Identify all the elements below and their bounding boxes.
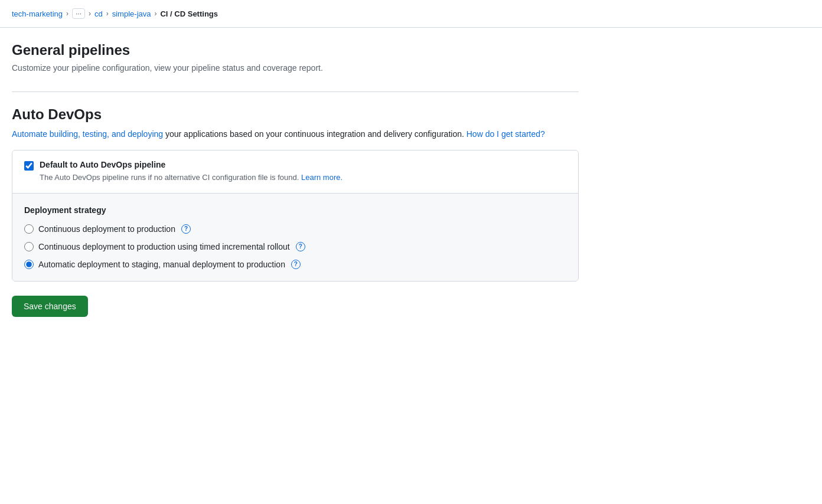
breadcrumb-separator-4: › [154, 9, 156, 18]
auto-devops-checkbox-sublabel: The Auto DevOps pipeline runs if no alte… [40, 172, 342, 184]
auto-devops-desc-text: your applications based on your continuo… [163, 129, 467, 139]
radio-continuous-prod-label[interactable]: Continuous deployment to production [38, 224, 175, 234]
save-changes-button[interactable]: Save changes [12, 296, 88, 317]
radio-timed-rollout[interactable] [24, 242, 34, 251]
deployment-strategy-section: Deployment strategy Continuous deploymen… [12, 194, 578, 281]
breadcrumb-current: CI / CD Settings [160, 9, 218, 18]
general-pipelines-description: Customize your pipeline configuration, v… [12, 63, 579, 73]
auto-devops-description: Automate building, testing, and deployin… [12, 127, 579, 140]
auto-devops-section: Auto DevOps Automate building, testing, … [12, 106, 579, 317]
divider-1 [12, 91, 579, 92]
help-icon-timed-rollout[interactable]: ? [296, 242, 305, 251]
automate-link[interactable]: Automate building, testing, and deployin… [12, 129, 163, 139]
auto-devops-checkbox[interactable] [24, 161, 34, 171]
deployment-strategy-title: Deployment strategy [24, 205, 566, 215]
breadcrumb-separator-2: › [89, 9, 91, 18]
learn-more-link[interactable]: Learn more. [301, 173, 342, 182]
breadcrumb-separator-3: › [106, 9, 109, 18]
radio-option-continuous-prod: Continuous deployment to production ? [24, 224, 566, 234]
auto-devops-checkbox-label[interactable]: Default to Auto DevOps pipeline [40, 160, 165, 169]
default-auto-devops-row: Default to Auto DevOps pipeline The Auto… [24, 160, 566, 184]
breadcrumb-tech-marketing[interactable]: tech-marketing [12, 9, 63, 18]
get-started-link[interactable]: How do I get started? [467, 129, 545, 139]
radio-staging[interactable] [24, 260, 34, 269]
page-content: General pipelines Customize your pipelin… [0, 28, 591, 345]
general-pipelines-section: General pipelines Customize your pipelin… [12, 42, 579, 73]
breadcrumb-separator-1: › [66, 9, 68, 18]
radio-timed-rollout-label[interactable]: Continuous deployment to production usin… [38, 242, 290, 251]
general-pipelines-title: General pipelines [12, 42, 579, 58]
radio-continuous-prod[interactable] [24, 224, 34, 234]
auto-devops-card: Default to Auto DevOps pipeline The Auto… [12, 150, 579, 282]
radio-option-staging: Automatic deployment to staging, manual … [24, 260, 566, 269]
breadcrumb-ellipsis[interactable]: ··· [72, 8, 85, 19]
radio-option-timed-rollout: Continuous deployment to production usin… [24, 242, 566, 251]
breadcrumb-simple-java[interactable]: simple-java [112, 9, 151, 18]
breadcrumb-cd[interactable]: cd [94, 9, 103, 18]
help-icon-continuous-prod[interactable]: ? [181, 224, 191, 234]
auto-devops-card-top: Default to Auto DevOps pipeline The Auto… [12, 150, 578, 194]
radio-staging-label[interactable]: Automatic deployment to staging, manual … [38, 260, 285, 269]
auto-devops-checkbox-content: Default to Auto DevOps pipeline The Auto… [40, 160, 342, 184]
breadcrumb: tech-marketing › ··· › cd › simple-java … [0, 0, 822, 28]
help-icon-staging[interactable]: ? [291, 260, 301, 269]
auto-devops-title: Auto DevOps [12, 106, 579, 123]
